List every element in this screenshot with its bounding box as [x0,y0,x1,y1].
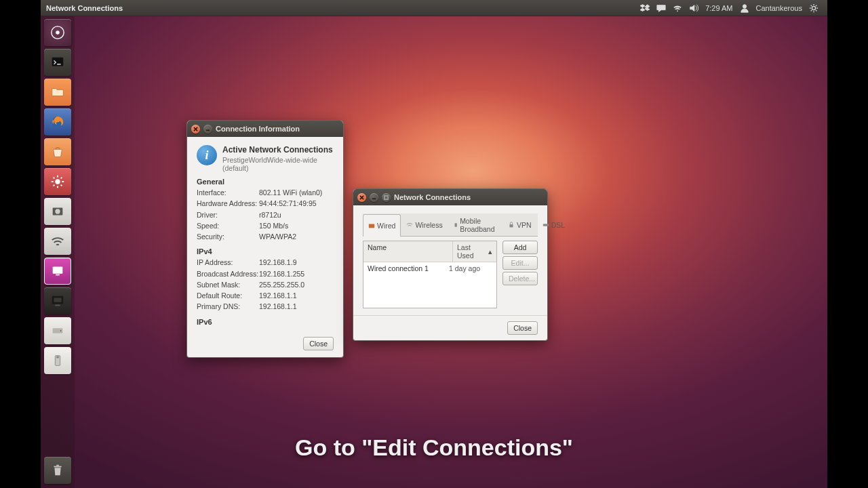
close-button[interactable]: Close [507,321,538,335]
tab-vpn[interactable]: VPN [502,214,537,236]
svg-rect-9 [53,267,63,274]
sound-icon[interactable] [689,3,698,13]
network-connections-window: Network Connections Wired Wireless Mobil… [353,188,548,341]
kv-value: 192.168.1.1 [259,301,296,312]
kv-value: WPA/WPA2 [259,231,296,242]
firefox-icon[interactable] [44,108,71,136]
kv-key: Primary DNS: [197,301,259,312]
wifi-settings-icon[interactable] [44,228,71,255]
software-center-icon[interactable] [44,138,71,165]
system-monitor-icon[interactable] [44,287,71,314]
dsl-icon [542,222,549,228]
kv-value: 192.168.1.255 [259,268,304,279]
session-gear-icon[interactable] [809,3,818,13]
connection-information-window: Connection Information i Active Network … [186,120,344,358]
connections-list[interactable]: Name Last Used▴ Wired connection 1 1 day… [363,241,497,308]
external-media-icon[interactable] [44,347,71,374]
delete-button[interactable]: Delete... [502,272,538,285]
user-icon[interactable] [740,3,749,13]
svg-point-6 [55,179,60,184]
section-label-ipv6: IPv6 [197,318,334,326]
kv-value: 255.255.255.0 [259,279,304,290]
wifi-icon [406,222,413,228]
svg-point-3 [56,30,60,35]
kv-key: Interface: [197,187,259,198]
minimize-icon[interactable] [203,125,212,134]
tabs: Wired Wireless Mobile Broadband VPN DSL [363,214,538,237]
dash-home-icon[interactable] [44,19,71,46]
edit-button[interactable]: Edit... [502,256,538,270]
terminal-icon[interactable] [44,49,71,76]
tab-dsl[interactable]: DSL [537,214,570,236]
svg-point-0 [743,4,746,7]
kv-value: 150 Mb/s [259,220,288,231]
username[interactable]: Cantankerous [756,4,803,12]
files-icon[interactable] [44,79,71,106]
kv-value: 802.11 WiFi (wlan0) [259,187,322,198]
dialog-heading: Active Network Connections [222,145,334,155]
table-row[interactable]: Wired connection 1 1 day ago [363,262,496,274]
kv-key: Hardware Address: [197,198,259,209]
top-menubar: Network Connections 7:29 AM Cantankerous [41,0,827,16]
unity-launcher [41,16,75,488]
ethernet-icon [368,222,375,229]
kv-key: Speed: [197,220,259,231]
section-label-ipv4: IPv4 [197,247,334,256]
kv-key: Subnet Mask: [197,279,259,290]
lock-icon [508,222,515,228]
mobile-icon [454,222,458,228]
kv-key: Security: [197,231,259,242]
menubar-title: Network Connections [46,4,123,12]
kv-key: IP Address: [197,257,259,268]
messages-icon[interactable] [656,3,666,13]
tutorial-caption: Go to "Edit Connections" [41,434,827,461]
disk-utility-icon[interactable] [44,198,71,225]
kv-value: 94:44:52:71:49:95 [259,198,317,209]
column-name[interactable]: Name [363,241,453,262]
connection-name: PrestigeWorldWide-wide-wide (default) [222,156,334,172]
dropbox-icon[interactable] [640,3,650,13]
tab-mobile-broadband[interactable]: Mobile Broadband [448,214,502,236]
svg-rect-24 [542,224,548,226]
svg-rect-22 [454,223,456,226]
svg-point-15 [60,330,62,331]
close-button[interactable]: Close [303,337,334,350]
info-icon: i [197,145,217,165]
svg-rect-10 [56,274,60,276]
remote-desktop-icon[interactable] [44,258,71,285]
settings-gear-icon[interactable] [44,168,71,195]
svg-rect-13 [55,305,60,306]
internal-drive-icon[interactable] [44,317,71,344]
column-last-used[interactable]: Last Used▴ [453,241,496,262]
close-icon[interactable] [357,193,366,202]
wifi-icon[interactable] [673,3,682,13]
svg-rect-18 [54,466,62,468]
sort-asc-icon: ▴ [488,247,492,256]
svg-rect-21 [369,224,374,228]
svg-rect-4 [52,58,64,66]
svg-rect-20 [384,195,388,199]
window-titlebar[interactable]: Network Connections [353,189,547,205]
svg-rect-19 [56,465,59,466]
svg-point-1 [812,6,815,9]
svg-rect-12 [54,298,62,302]
window-title: Connection Information [216,125,300,133]
maximize-icon[interactable] [382,193,391,202]
minimize-icon[interactable] [370,193,378,202]
kv-key: Driver: [197,209,259,220]
section-label-general: General [197,178,334,186]
add-button[interactable]: Add [502,241,538,254]
kv-key: Broadcast Address: [197,268,259,279]
close-icon[interactable] [191,125,200,134]
trash-icon[interactable] [44,457,71,484]
svg-rect-17 [56,357,59,359]
kv-value: 192.168.1.9 [259,257,296,268]
window-titlebar[interactable]: Connection Information [187,121,343,137]
kv-key: Default Route: [197,290,259,301]
tab-wireless[interactable]: Wireless [401,214,448,236]
svg-rect-23 [510,224,513,227]
clock[interactable]: 7:29 AM [705,4,732,12]
tab-wired[interactable]: Wired [363,214,401,237]
row-name: Wired connection 1 [368,264,449,272]
kv-value: r8712u [259,209,281,220]
